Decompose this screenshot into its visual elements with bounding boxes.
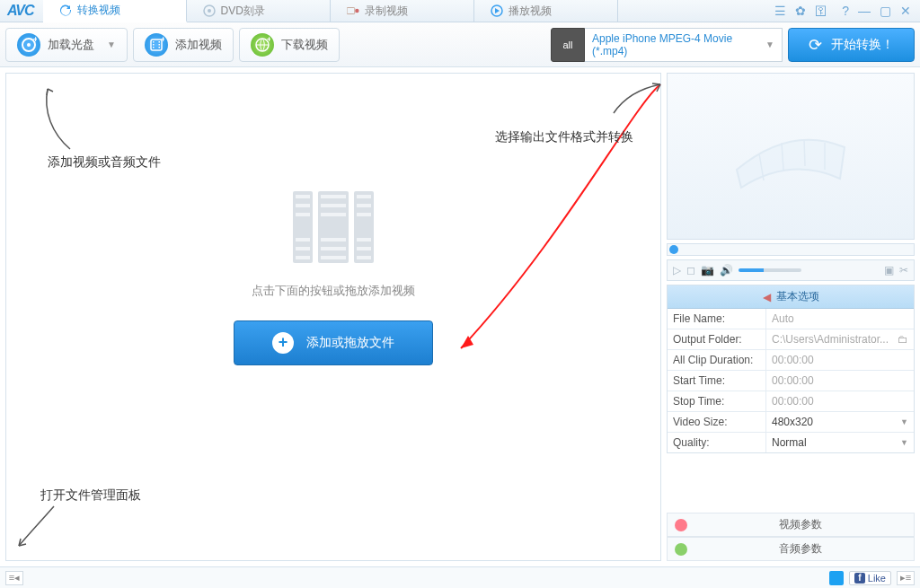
svg-line-20 bbox=[804, 139, 805, 166]
svg-rect-9 bbox=[153, 41, 155, 43]
chevron-down-icon: ▼ bbox=[900, 438, 908, 447]
button-label: 开始转换！ bbox=[831, 37, 894, 53]
refresh-icon: ⟳ bbox=[809, 35, 822, 55]
svg-rect-13 bbox=[158, 44, 160, 46]
output-profile: all Apple iPhone MPEG-4 Movie (*.mp4) ▼ bbox=[551, 28, 783, 62]
prop-row-outputfolder: Output Folder:C:\Users\Administrator...🗀 bbox=[668, 329, 914, 350]
chevron-down-icon: ▼ bbox=[107, 39, 116, 49]
facebook-like-button[interactable]: Like bbox=[849, 571, 891, 585]
play-icon[interactable]: ▷ bbox=[673, 264, 681, 276]
filmstrip-icon bbox=[728, 116, 854, 197]
prop-row-videosize: Video Size:480x320▼ bbox=[668, 412, 914, 433]
audio-params-panel[interactable]: 音频参数 bbox=[667, 537, 915, 561]
prop-row-filename: File Name:Auto bbox=[668, 309, 914, 329]
drop-hint: 点击下面的按钮或拖放添加视频 bbox=[234, 283, 433, 299]
chevron-down-icon: ▼ bbox=[900, 417, 908, 426]
maximize-icon[interactable]: ▢ bbox=[880, 4, 891, 18]
film-plus-icon: + bbox=[145, 33, 168, 57]
right-panel: ▷ ◻ 📷 🔊 ▣ ✂ ◀ 基本选项 File Name:Auto Output… bbox=[667, 73, 915, 561]
svg-text:+: + bbox=[161, 37, 164, 44]
profile-all-icon[interactable]: all bbox=[551, 28, 585, 62]
twitter-icon[interactable] bbox=[829, 571, 844, 585]
sub-panels: 视频参数 音频参数 bbox=[667, 513, 915, 561]
prop-row-duration: All Clip Duration:00:00:00 bbox=[668, 350, 914, 371]
collapse-icon: ◀ bbox=[763, 291, 771, 303]
toolbar: + 加载光盘 ▼ + 添加视频 + 下载视频 all Apple iPhone … bbox=[0, 22, 920, 67]
tab-convert-video[interactable]: 转换视频 bbox=[43, 0, 187, 22]
key-icon[interactable]: ⚿ bbox=[815, 4, 827, 18]
settings-icon[interactable]: ✿ bbox=[795, 4, 806, 18]
main-area: 点击下面的按钮或拖放添加视频 + 添加或拖放文件 添加视频或音频文件 打开文件管… bbox=[0, 67, 920, 561]
profile-select[interactable]: Apple iPhone MPEG-4 Movie (*.mp4) ▼ bbox=[585, 28, 783, 62]
record-icon bbox=[347, 4, 359, 17]
toggle-panel-right-button[interactable]: ▸≡ bbox=[897, 571, 915, 585]
prop-row-starttime: Start Time:00:00:00 bbox=[668, 371, 914, 391]
stop-icon[interactable]: ◻ bbox=[686, 264, 695, 276]
start-convert-button[interactable]: ⟳ 开始转换！ bbox=[788, 28, 915, 62]
preview-controls: ▷ ◻ 📷 🔊 ▣ ✂ bbox=[667, 259, 915, 281]
tab-dvd-burn[interactable]: DVD刻录 bbox=[187, 0, 331, 22]
add-video-button[interactable]: + 添加视频 bbox=[133, 28, 234, 62]
profile-label: Apple iPhone MPEG-4 Movie (*.mp4) bbox=[592, 32, 765, 57]
prop-row-quality: Quality:Normal▼ bbox=[668, 433, 914, 452]
svg-text:+: + bbox=[267, 37, 270, 44]
prop-row-stoptime: Stop Time:00:00:00 bbox=[668, 391, 914, 412]
button-label: 下载视频 bbox=[281, 37, 328, 53]
snapshot-icon[interactable]: 📷 bbox=[701, 264, 714, 276]
status-bar: ≡◂ Like ▸≡ bbox=[0, 566, 920, 588]
preview-pane bbox=[667, 73, 915, 240]
svg-point-1 bbox=[208, 9, 211, 13]
menu-icon[interactable]: ☰ bbox=[774, 4, 786, 18]
properties-header[interactable]: ◀ 基本选项 bbox=[668, 285, 914, 309]
tab-record-video[interactable]: 录制视频 bbox=[331, 0, 474, 22]
preview-slider[interactable] bbox=[667, 243, 915, 256]
help-icon[interactable]: ? bbox=[842, 4, 849, 18]
svg-point-6 bbox=[27, 43, 31, 47]
close-icon[interactable]: ✕ bbox=[900, 4, 911, 18]
video-params-panel[interactable]: 视频参数 bbox=[667, 513, 915, 537]
volume-icon[interactable]: 🔊 bbox=[720, 264, 733, 276]
tab-label: 播放视频 bbox=[509, 4, 552, 19]
toggle-panel-left-button[interactable]: ≡◂ bbox=[5, 571, 23, 585]
svg-rect-2 bbox=[347, 8, 355, 14]
svg-point-3 bbox=[355, 9, 358, 13]
svg-rect-10 bbox=[153, 44, 155, 46]
svg-rect-14 bbox=[158, 47, 160, 48]
properties-grid: ◀ 基本选项 File Name:Auto Output Folder:C:\U… bbox=[667, 285, 915, 453]
tab-label: 转换视频 bbox=[77, 3, 120, 18]
volume-slider[interactable] bbox=[739, 268, 801, 272]
button-label: 添加或拖放文件 bbox=[306, 335, 394, 351]
audio-icon bbox=[675, 543, 687, 556]
cut-icon[interactable]: ✂ bbox=[899, 264, 908, 276]
add-files-button[interactable]: + 添加或拖放文件 bbox=[234, 320, 433, 365]
globe-plus-icon: + bbox=[251, 33, 274, 57]
button-label: 添加视频 bbox=[175, 37, 222, 53]
svg-rect-11 bbox=[153, 47, 155, 48]
chevron-down-icon: ▼ bbox=[765, 39, 774, 49]
download-video-button[interactable]: + 下载视频 bbox=[239, 28, 340, 62]
tab-label: DVD刻录 bbox=[221, 4, 265, 19]
tab-play-video[interactable]: 播放视频 bbox=[474, 0, 618, 22]
file-list-panel[interactable]: 点击下面的按钮或拖放添加视频 + 添加或拖放文件 添加视频或音频文件 打开文件管… bbox=[5, 73, 661, 561]
crop-icon[interactable]: ▣ bbox=[884, 264, 894, 276]
svg-text:+: + bbox=[33, 37, 37, 44]
plus-icon: + bbox=[272, 332, 294, 354]
load-disc-button[interactable]: + 加载光盘 ▼ bbox=[5, 28, 128, 62]
tab-label: 录制视频 bbox=[365, 4, 408, 19]
refresh-icon bbox=[59, 4, 72, 17]
browse-icon[interactable]: 🗀 bbox=[898, 333, 908, 346]
disc-icon bbox=[203, 4, 216, 17]
film-placeholder-icon bbox=[293, 191, 374, 263]
disc-plus-icon: + bbox=[17, 33, 40, 57]
svg-rect-12 bbox=[158, 41, 160, 43]
video-icon bbox=[675, 519, 687, 531]
play-icon bbox=[491, 4, 503, 17]
minimize-icon[interactable]: — bbox=[858, 4, 871, 18]
button-label: 加载光盘 bbox=[48, 37, 94, 53]
window-controls: ☰ ✿ ⚿ ? — ▢ ✕ bbox=[765, 0, 920, 22]
drop-zone: 点击下面的按钮或拖放添加视频 + 添加或拖放文件 bbox=[234, 191, 433, 365]
slider-knob[interactable] bbox=[669, 245, 678, 254]
app-logo: AVC bbox=[0, 0, 43, 22]
titlebar: AVC 转换视频 DVD刻录 录制视频 播放视频 ☰ ✿ ⚿ ? — ▢ ✕ bbox=[0, 0, 920, 22]
